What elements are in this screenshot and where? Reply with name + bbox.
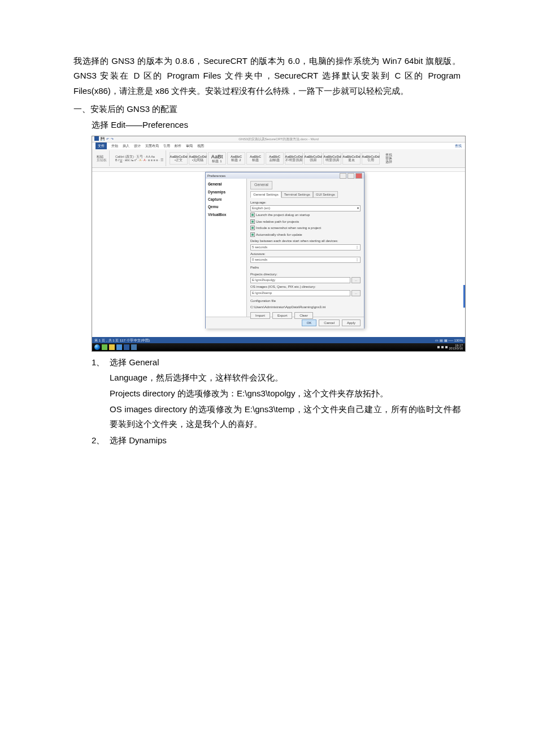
menu-layout[interactable]: 页面布局 <box>145 143 159 149</box>
preferences-tabs: General Settings Terminal Settings GUI S… <box>250 191 361 198</box>
projects-dir-input[interactable]: E:\gns3\topolgy <box>250 277 350 283</box>
ok-button[interactable]: OK <box>302 319 317 326</box>
scrollbar-thumb[interactable] <box>463 285 465 308</box>
status-zoom[interactable]: ▭ ▤ ▦ ── 130% <box>435 338 463 344</box>
window-maximize-icon[interactable] <box>348 173 354 179</box>
menu-insert[interactable]: 插入 <box>123 143 129 149</box>
style-quote[interactable]: AaBbCcDd引用 <box>362 152 380 165</box>
sidebar-item-dynamips[interactable]: Dynamips <box>208 188 244 196</box>
language-value: English (en) <box>252 205 270 211</box>
config-file-header: Configuration file <box>250 298 361 304</box>
svg-rect-2 <box>116 344 122 350</box>
tray-icon[interactable] <box>441 346 444 348</box>
taskbar-icon-3[interactable] <box>116 344 122 350</box>
svg-rect-0 <box>102 344 107 350</box>
sidebar-item-general[interactable]: General <box>208 180 244 188</box>
word-ruler <box>92 168 465 172</box>
sidebar-item-qemu[interactable]: Qemu <box>208 203 244 210</box>
spinner-icon: ⋮ <box>355 244 359 250</box>
style-subtitle[interactable]: AaBbC副标题 <box>266 152 284 165</box>
menu-home[interactable]: 开始 <box>111 143 118 149</box>
tab-terminal-settings[interactable]: Terminal Settings <box>281 191 313 198</box>
spinner-icon: ⋮ <box>355 257 359 263</box>
menu-references[interactable]: 引用 <box>163 143 170 149</box>
style-emph[interactable]: AaBbCcDd强调 <box>304 152 322 165</box>
heading-1-sub: 选择 Edit——Preferences <box>73 118 461 132</box>
dialog-titlebar: Preferences <box>206 172 364 179</box>
tab-gui-settings[interactable]: GUI Settings <box>313 191 338 198</box>
ribbon-search[interactable]: 查找 <box>455 143 462 149</box>
images-dir-browse-button[interactable]: ... <box>351 290 361 296</box>
language-select[interactable]: English (en) ▾ <box>250 205 361 211</box>
autosave-input[interactable]: 0 seconds⋮ <box>250 257 361 263</box>
checkbox-launch-project[interactable]: Launch the project dialog on startup <box>250 212 361 218</box>
paragraph-intro: 我选择的 GNS3 的版本为 0.8.6，SecureCRT 的版本为 6.0，… <box>73 54 461 98</box>
apply-button[interactable]: Apply <box>342 319 361 326</box>
menu-view[interactable]: 视图 <box>197 143 204 149</box>
checkbox-screenshot[interactable]: Include a screenshot when saving a proje… <box>250 225 361 231</box>
style-normal[interactable]: AaBbCcDd•正文 <box>170 152 188 165</box>
style-subtleemph[interactable]: AaBbCcDd不明显强调 <box>285 152 303 165</box>
menu-design[interactable]: 设计 <box>134 143 141 149</box>
svg-rect-4 <box>131 344 137 350</box>
import-button[interactable]: Import <box>250 312 270 319</box>
word-menubar: 文件 开始 插入 设计 页面布局 引用 邮件 审阅 视图 查找 <box>92 142 465 149</box>
style-heading2[interactable]: AaBbC标题 2 <box>227 152 245 165</box>
taskbar-icon-5[interactable] <box>131 344 137 350</box>
clipboard-label: 剪贴板 <box>97 158 107 162</box>
style-intenseemph[interactable]: AaBbCcDd明显强调 <box>323 152 341 165</box>
menu-review[interactable]: 审阅 <box>186 143 193 149</box>
autosave-label: Autosave: <box>250 251 361 257</box>
taskbar-icon-1[interactable] <box>102 344 107 350</box>
images-dir-label: OS images (IOS, Qemu, PIX etc.) director… <box>250 284 361 290</box>
preferences-panel: General General Settings Terminal Settin… <box>247 179 364 317</box>
select-button[interactable]: 选择 <box>385 160 392 163</box>
menu-file[interactable]: 文件 <box>95 142 107 149</box>
tray-icon[interactable] <box>445 346 448 348</box>
style-strong[interactable]: AaBbCcDd要点 <box>342 152 361 165</box>
ribbon-editing: 查找 替换 选择 <box>383 150 394 166</box>
sidebar-item-capture[interactable]: Capture <box>208 196 244 203</box>
word-document-body: Preferences General Dynamips Capture Qem… <box>92 172 465 342</box>
tray-icon[interactable] <box>437 346 440 348</box>
taskbar-icon-2[interactable] <box>109 344 115 350</box>
list-number: 2、 <box>92 433 110 448</box>
projects-dir-label: Projects directory: <box>250 271 361 278</box>
list-title: 选择 Dynamips <box>110 433 461 448</box>
paths-header: Paths <box>250 265 361 271</box>
word-ribbon: 粘贴 剪贴板 Calibri (西文) · 五号 · A A Aa B I U … <box>92 149 465 168</box>
window-close-icon[interactable] <box>355 173 362 179</box>
clear-button[interactable]: Clear <box>294 312 312 319</box>
sidebar-item-virtualbox[interactable]: VirtualBox <box>208 211 244 218</box>
style-nospacing[interactable]: AaBbCcDd•无间隔 <box>189 152 207 165</box>
cancel-button[interactable]: Cancel <box>319 319 340 326</box>
checkbox-relative-path[interactable]: Use relative path for projects <box>250 219 361 225</box>
heading-1: 一、安装后的 GNS3 的配置 <box>73 102 461 116</box>
checkbox-autoupdate[interactable]: Automatically check for update <box>250 232 361 238</box>
word-status-bar: 第 1 页，共 1 页 117 个字 中文(中国) ▭ ▤ ▦ ── 130% <box>92 337 465 343</box>
ribbon-font: Calibri (西文) · 五号 · A A Aa B I U · abc x… <box>113 150 166 166</box>
preferences-sidebar: General Dynamips Capture Qemu VirtualBox <box>206 179 247 317</box>
window-minimize-icon[interactable] <box>340 173 346 179</box>
projects-dir-browse-button[interactable]: ... <box>351 277 361 283</box>
taskbar-clock[interactable]: 19:17 2013/3/16 <box>449 344 463 351</box>
config-file-path: C:\Users\Administrator\AppData\Roaming\g… <box>250 304 361 310</box>
word-window-title: GNS3的安装以及SecureCRT的连接方法.docx - Word <box>92 136 465 142</box>
system-tray: 19:17 2013/3/16 <box>437 344 463 351</box>
delay-label: Delay between each device start when sta… <box>250 238 361 244</box>
style-heading1[interactable]: AaBt标题 1 <box>208 152 226 165</box>
document-page: 我选择的 GNS3 的版本为 0.8.6，SecureCRT 的版本为 6.0，… <box>0 0 534 756</box>
item1-line2: Projects directory 的选项修改为：E:\gns3\topolg… <box>73 386 461 401</box>
word-titlebar: 💾 ↶ ↷ GNS3的安装以及SecureCRT的连接方法.docx - Wor… <box>92 136 465 142</box>
delay-input[interactable]: 5 seconds⋮ <box>250 244 361 250</box>
chevron-down-icon: ▾ <box>357 205 359 211</box>
start-button-icon[interactable] <box>94 344 100 350</box>
item1-line1: Language，然后选择中文，这样软件会汉化。 <box>73 370 461 385</box>
svg-rect-1 <box>109 344 115 350</box>
style-title[interactable]: AaBbC标题 <box>246 152 264 165</box>
export-button[interactable]: Export <box>272 312 292 319</box>
menu-mailings[interactable]: 邮件 <box>175 143 181 149</box>
tab-general-settings[interactable]: General Settings <box>250 191 281 198</box>
taskbar-icon-4[interactable] <box>124 344 129 350</box>
images-dir-input[interactable]: E:\gns3\temp <box>250 290 350 296</box>
